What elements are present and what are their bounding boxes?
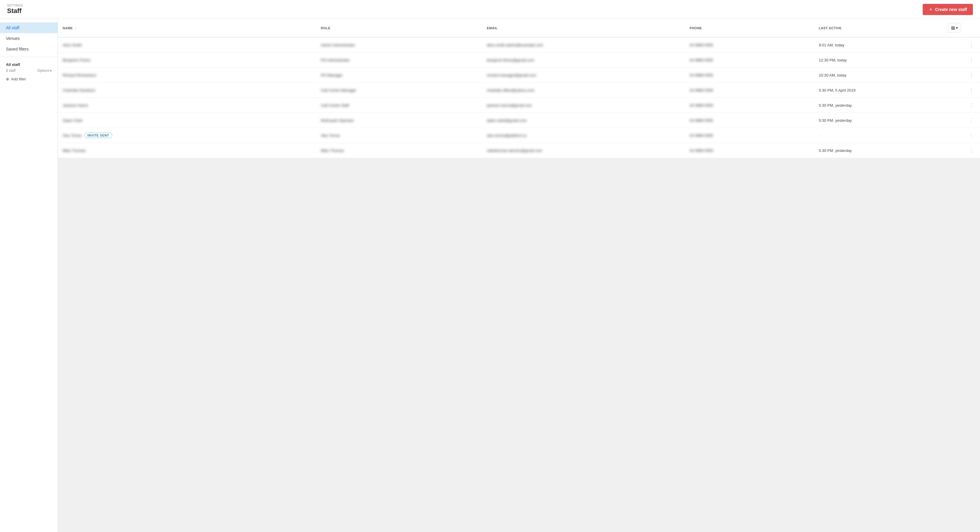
cell-phone: 04 9999 5555 — [685, 37, 814, 53]
cell-name: Jackson Harris — [58, 98, 316, 113]
cell-actions: ⋮ — [943, 128, 980, 143]
row-actions-button[interactable]: ⋮ — [967, 41, 975, 49]
plus-icon: ＋ — [929, 7, 933, 12]
cell-email: dylan.clark@gmail.com — [482, 113, 685, 128]
cell-phone: 04 9999 5555 — [685, 83, 814, 98]
cell-phone: 04 9999 5555 — [685, 143, 814, 158]
sidebar-divider — [0, 57, 57, 57]
staff-name: Jackson Harris — [63, 103, 88, 108]
staff-role: Call Centre Staff — [321, 103, 349, 108]
staff-phone: 04 9999 5555 — [690, 133, 713, 138]
staff-name: Dylan Clark — [63, 118, 83, 123]
table-row: Richard RichardsonPO Managerrichard.mana… — [58, 68, 980, 83]
cell-phone: 04 9999 5555 — [685, 128, 814, 143]
table-row: Benjamin FloresPO Administratorbenjamin.… — [58, 53, 980, 68]
staff-phone: 04 9999 5555 — [690, 43, 713, 47]
cell-last-active: 12:30 PM, today — [814, 53, 943, 68]
staff-options-button[interactable]: Options ▾ — [37, 68, 52, 73]
row-actions-button[interactable]: ⋮ — [967, 86, 975, 94]
staff-table-wrapper: NAME ↓ ROLE EMAIL PHONE LA — [58, 19, 980, 158]
staff-email: alex.torres@platform.io — [487, 133, 527, 138]
col-header-actions: ⊞ ▾ — [943, 19, 980, 37]
sidebar-item-saved-filters[interactable]: Saved filters — [0, 44, 57, 54]
staff-phone: 04 9999 5555 — [690, 118, 713, 123]
cell-name: Richard Richardson — [58, 68, 316, 83]
table-row: Mike ThomasMike Thomasmikethomas.electri… — [58, 143, 980, 158]
col-header-name[interactable]: NAME ↓ — [58, 19, 316, 37]
staff-role: PO Manager — [321, 73, 343, 77]
sidebar: All staff Venues Saved filters All staff… — [0, 19, 58, 532]
table-header-row: NAME ↓ ROLE EMAIL PHONE LA — [58, 19, 980, 37]
cell-phone: 04 9999 5555 — [685, 98, 814, 113]
invite-sent-badge: INVITE SENT — [84, 133, 112, 138]
cell-name: Alex TorresINVITE SENT — [58, 128, 316, 143]
staff-role: Admin Administrator — [321, 43, 355, 47]
staff-email: benjamin.flores@gmail.com — [487, 58, 535, 62]
cell-email: charlotte.office@yahoo.com — [482, 83, 685, 98]
grid-icon: ⊞ — [951, 25, 955, 31]
cell-last-active: - — [814, 128, 943, 143]
row-actions-button[interactable]: ⋮ — [967, 146, 975, 155]
sidebar-item-venues[interactable]: Venues — [0, 33, 57, 44]
cell-name: Alice Smith — [58, 37, 316, 53]
header: SETTINGS Staff ＋ Create new staff — [0, 0, 980, 19]
cell-email: mikethomas.electric@gmail.com — [482, 143, 685, 158]
sidebar-item-all-staff[interactable]: All staff — [0, 22, 57, 33]
staff-email: jackson.harris@gmail.com — [487, 103, 532, 108]
col-header-last-active: LAST ACTIVE — [814, 19, 943, 37]
row-actions-button[interactable]: ⋮ — [967, 131, 975, 140]
main-layout: All staff Venues Saved filters All staff… — [0, 19, 980, 532]
view-toggle-button[interactable]: ⊞ ▾ — [948, 23, 961, 33]
cell-email: benjamin.flores@gmail.com — [482, 53, 685, 68]
cell-last-active: 5:30 PM, yesterday — [814, 113, 943, 128]
add-filter-button[interactable]: ⊕ Add filter — [0, 75, 57, 84]
staff-phone: 04 9999 5555 — [690, 148, 713, 153]
cell-email: alex.torres@platform.io — [482, 128, 685, 143]
cell-name: Mike Thomas — [58, 143, 316, 158]
chevron-down-icon-view: ▾ — [956, 26, 958, 30]
cell-email: alice.smith.admin@example.com — [482, 37, 685, 53]
staff-phone: 04 9999 5555 — [690, 58, 713, 62]
create-button-label: Create new staff — [935, 7, 967, 12]
cell-actions: ⋮ — [943, 143, 980, 158]
cell-actions: ⋮ — [943, 68, 980, 83]
cell-actions: ⋮ — [943, 98, 980, 113]
staff-name: Mike Thomas — [63, 148, 86, 153]
cell-actions: ⋮ — [943, 83, 980, 98]
col-header-phone: PHONE — [685, 19, 814, 37]
cell-last-active: 5:30 PM, yesterday — [814, 143, 943, 158]
staff-email: alice.smith.admin@example.com — [487, 43, 543, 47]
staff-name: Richard Richardson — [63, 73, 96, 77]
staff-role: PO Administrator — [321, 58, 350, 62]
row-actions-button[interactable]: ⋮ — [967, 71, 975, 79]
cell-last-active: 5:30 PM, yesterday — [814, 98, 943, 113]
staff-table-body: Alice SmithAdmin Administratoralice.smit… — [58, 37, 980, 158]
cell-name: Charlotte Davidson — [58, 83, 316, 98]
sidebar-group-meta: 8 staff Options ▾ — [0, 68, 57, 75]
cell-last-active: 10:30 AM, today — [814, 68, 943, 83]
sort-icon-name: ↓ — [75, 26, 77, 30]
cell-phone: 04 9999 5555 — [685, 53, 814, 68]
staff-role: Mike Thomas — [321, 148, 344, 153]
cell-role: Call Centre Manager — [316, 83, 482, 98]
cell-role: Call Centre Staff — [316, 98, 482, 113]
page-title: Staff — [7, 7, 23, 15]
row-actions-button[interactable]: ⋮ — [967, 116, 975, 124]
cell-actions: ⋮ — [943, 113, 980, 128]
row-actions-button[interactable]: ⋮ — [967, 101, 975, 109]
row-actions-button[interactable]: ⋮ — [967, 56, 975, 64]
staff-phone: 04 9999 5555 — [690, 103, 713, 108]
col-header-role: ROLE — [316, 19, 482, 37]
staff-table: NAME ↓ ROLE EMAIL PHONE LA — [58, 19, 980, 158]
create-new-staff-button[interactable]: ＋ Create new staff — [923, 4, 973, 15]
cell-name: Dylan Clark — [58, 113, 316, 128]
staff-role: Alex Torres — [321, 133, 340, 138]
main-content: NAME ↓ ROLE EMAIL PHONE LA — [58, 19, 980, 532]
chevron-down-icon: ▾ — [50, 68, 52, 73]
cell-role: PO Manager — [316, 68, 482, 83]
plus-circle-icon: ⊕ — [6, 77, 9, 81]
staff-phone: 04 9999 5555 — [690, 88, 713, 92]
staff-role: Multi-park Operator — [321, 118, 354, 123]
header-left: SETTINGS Staff — [7, 4, 23, 15]
staff-email: charlotte.office@yahoo.com — [487, 88, 535, 92]
